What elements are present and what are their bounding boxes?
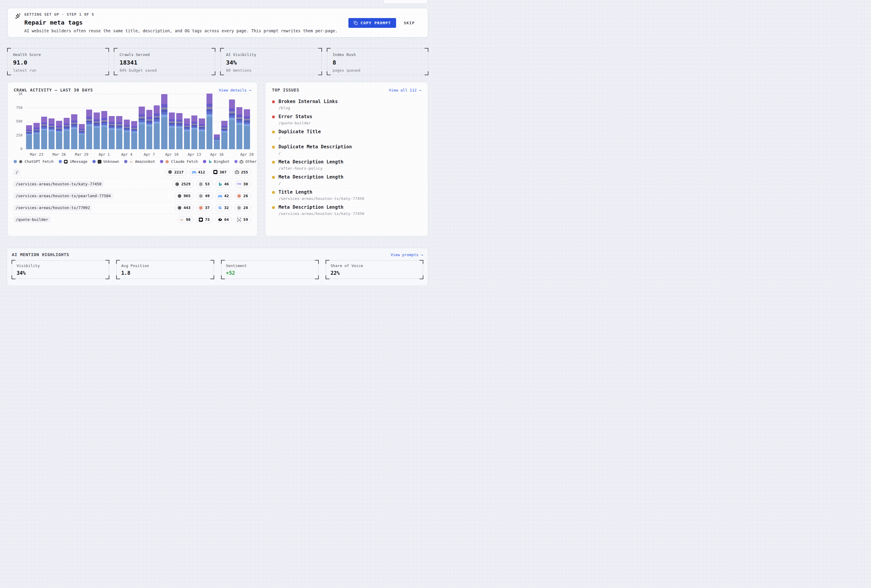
bar-segment [207, 114, 213, 117]
page-path: /services-areas/houston-tx/katy-77450 [13, 181, 104, 187]
bar-segment [146, 122, 152, 125]
severity-dot [272, 146, 275, 149]
x-tick-label: Apr 4 [121, 152, 132, 157]
deadbot-icon [97, 160, 102, 164]
issue-item[interactable]: Duplicate Meta Description/ [272, 144, 421, 155]
crawl-path-row[interactable]: /services-areas/houston-tx/pearland-7758… [13, 190, 251, 201]
asterisk-icon [199, 194, 203, 198]
bar-segment [161, 109, 167, 112]
issue-item[interactable]: Meta Description Length/after-hours-poli… [272, 159, 421, 170]
bar-segment [71, 114, 77, 121]
bar-segment [101, 111, 107, 118]
setup-kicker: GETTING SET UP · STEP 1 OF 5 [24, 13, 338, 16]
crawl-bar [124, 119, 130, 149]
issue-label: Broken Internal Links [278, 99, 338, 104]
bot-count: 46 [224, 182, 229, 186]
page-path: /quote-builder [13, 216, 50, 222]
bar-segment [236, 115, 242, 117]
bot-count: 255 [241, 170, 248, 175]
bar-segment [146, 110, 152, 116]
issue-path: / [278, 151, 352, 155]
bot-count-chip: 2529 [172, 181, 194, 188]
legend-label: Claude Fetch [171, 159, 198, 164]
copy-prompt-button[interactable]: COPY PROMPT [349, 18, 396, 28]
crawl-path-row[interactable]: /2217412307255 [13, 166, 251, 178]
bar-segment [192, 122, 197, 124]
legend-item: ChatGPT Fetch [13, 159, 54, 164]
bar-segment [71, 121, 77, 122]
asterisk-icon [199, 182, 203, 187]
imessage-icon [213, 170, 218, 175]
crawl-path-row[interactable]: /quote-builderalexa98736459 [13, 213, 251, 225]
bot-count-chip: 37 [196, 204, 213, 211]
svg-text:alexa: alexa [180, 219, 183, 220]
issue-item[interactable]: Broken Internal Links/blog [272, 99, 421, 110]
page-path: /services-areas/houston-tx/pearland-7758… [13, 193, 113, 199]
bar-segment [169, 128, 175, 149]
bar-segment [244, 124, 250, 126]
issue-item[interactable]: Meta Description Length/services-areas/h… [272, 204, 421, 216]
stat-card-health-score: Health Score 91.0 latest run [7, 48, 109, 75]
view-details-link[interactable]: View details → [218, 88, 251, 93]
alexa-icon: alexa [179, 217, 184, 222]
bar-segment [139, 107, 145, 114]
bar-segment [184, 118, 190, 124]
y-tick-label: 1K [18, 92, 22, 96]
issue-path: /services-areas/houston-tx/katy-77450 [278, 211, 364, 216]
bar-segment [221, 121, 227, 126]
bar-segment [86, 109, 92, 116]
legend-dot [124, 160, 127, 163]
bar-segment [86, 124, 92, 127]
issue-item[interactable]: Error Status/quote-builder [272, 114, 421, 125]
bot-count: 37 [205, 206, 210, 210]
issue-label: Meta Description Length [278, 159, 343, 165]
bar-segment [131, 121, 137, 126]
bar-segment [94, 119, 100, 121]
crawl-bar [207, 94, 213, 149]
bar-segment [33, 134, 39, 149]
bar-segment [161, 117, 167, 149]
crawl-bar [26, 125, 32, 149]
crawl-bar [71, 114, 77, 149]
issue-item[interactable]: Title Length/services-areas/houston-tx/k… [272, 190, 421, 201]
view-all-issues-link[interactable]: View all 112 → [389, 88, 421, 93]
bot-count: 53 [205, 182, 210, 186]
skip-button[interactable]: SKIP [404, 21, 415, 25]
bar-segment [214, 141, 220, 149]
top-right-notch [383, 0, 428, 4]
issue-item[interactable]: Duplicate Title/ [272, 129, 421, 140]
bar-segment [207, 117, 213, 149]
imessage-icon [64, 160, 68, 164]
severity-dot [272, 131, 275, 134]
bot-count: 307 [220, 170, 226, 175]
page-path: /services-areas/houston-tx/77002 [13, 204, 92, 211]
severity-dot [272, 115, 275, 118]
crawl-bar [79, 124, 85, 149]
crawl-bar [56, 121, 62, 149]
bar-segment [41, 116, 47, 122]
copy-icon [353, 21, 358, 25]
crawl-path-row[interactable]: /services-areas/houston-tx/katy-77450252… [13, 178, 251, 190]
bar-segment [154, 124, 160, 149]
bar-segment [229, 111, 235, 113]
stat-value: 18341 [120, 59, 210, 66]
crawl-path-row[interactable]: /services-areas/houston-tx/7700244337G32… [13, 201, 251, 213]
issues-list: Broken Internal Links/blogError Status/q… [272, 99, 421, 216]
bot-count-chip: 412 [189, 169, 208, 176]
bot-count: 49 [205, 194, 210, 198]
banner-description: AI website builders often reuse the same… [24, 28, 338, 33]
setup-banner: GETTING SET UP · STEP 1 OF 5 Repair meta… [7, 8, 428, 37]
issue-item[interactable]: Meta Description Length/ [272, 175, 421, 186]
openai-icon [175, 182, 180, 187]
view-prompts-link[interactable]: View prompts → [391, 252, 423, 257]
bar-segment [131, 133, 137, 149]
bar-segment [236, 125, 242, 149]
bar-segment [169, 119, 175, 121]
bar-segment [146, 124, 152, 127]
bot-count-chip: YOU30 [234, 181, 251, 188]
issue-label: Error Status [278, 114, 312, 119]
bar-segment [56, 121, 62, 126]
highlight-card-share-of-voice: Share of Voice 22% [326, 260, 423, 279]
x-tick-label: Apr 20 [240, 152, 254, 157]
bar-segment [116, 116, 122, 122]
